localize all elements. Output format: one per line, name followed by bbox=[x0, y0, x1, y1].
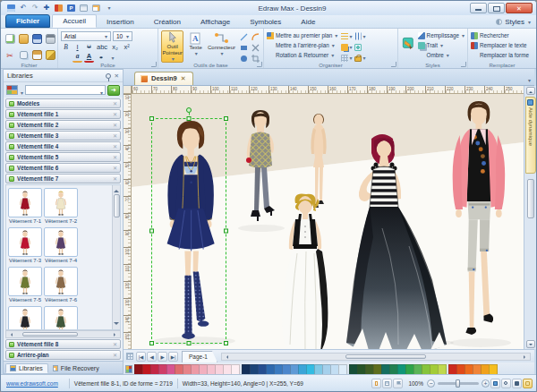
shape-thumbnail[interactable]: Vêtement 7-8 bbox=[44, 306, 78, 329]
bullet-list-icon[interactable] bbox=[107, 53, 117, 63]
email-icon[interactable] bbox=[78, 3, 90, 13]
scroll-left-icon[interactable] bbox=[9, 333, 13, 337]
rotation-handle[interactable] bbox=[186, 107, 192, 113]
lock-icon[interactable] bbox=[354, 53, 365, 63]
font-style-button[interactable]: U bbox=[84, 42, 94, 52]
font-style-button[interactable]: x² bbox=[122, 42, 132, 52]
tab-accueil[interactable]: Accueil bbox=[52, 14, 97, 28]
style-command[interactable]: Ombre bbox=[418, 50, 465, 60]
replace-command[interactable]: Remplacer la forme bbox=[471, 50, 533, 60]
color-swatch[interactable] bbox=[338, 364, 347, 375]
rectangle-tool-icon[interactable] bbox=[238, 43, 249, 53]
resize-handle[interactable] bbox=[149, 229, 154, 234]
library-horizontal-scrollbar[interactable] bbox=[5, 330, 121, 338]
font-style-button[interactable]: I bbox=[72, 42, 82, 52]
arrange-command[interactable]: Mettre au premier plan bbox=[267, 30, 337, 40]
style-command[interactable]: Remplissage bbox=[418, 30, 465, 40]
library-go-button[interactable]: ➜ bbox=[107, 85, 120, 96]
replace-command[interactable]: Rechercher bbox=[471, 30, 533, 40]
normal-view-icon[interactable] bbox=[371, 379, 381, 388]
arc-tool-icon[interactable] bbox=[250, 32, 260, 42]
library-search-input[interactable] bbox=[25, 85, 106, 95]
resize-handle[interactable] bbox=[149, 341, 154, 345]
arrange-command[interactable]: Rotation & Retourner bbox=[267, 50, 337, 60]
palette-icon[interactable] bbox=[125, 365, 132, 373]
scrollbar-thumb[interactable] bbox=[345, 354, 426, 359]
font-color-icon[interactable]: A bbox=[84, 53, 94, 63]
scroll-right-icon[interactable] bbox=[114, 333, 117, 337]
line-tool-icon[interactable] bbox=[238, 32, 249, 42]
ribbon-tab[interactable]: Symboles bbox=[240, 16, 291, 28]
redo-icon[interactable]: ↷ bbox=[30, 3, 40, 13]
page-tab[interactable]: Page-1 bbox=[182, 351, 217, 362]
tab-list-icon[interactable] bbox=[527, 77, 531, 85]
dialog-launcher-icon[interactable] bbox=[257, 62, 262, 67]
close-icon[interactable]: ✕ bbox=[113, 154, 117, 160]
pan-button[interactable] bbox=[512, 379, 522, 388]
close-icon[interactable]: ✕ bbox=[113, 165, 117, 171]
library-bar[interactable]: Vêtement fille 2 ✕ bbox=[5, 120, 121, 130]
ribbon-tab[interactable]: Insertion bbox=[97, 16, 144, 28]
zoom-in-button[interactable]: + bbox=[482, 379, 490, 388]
next-page-button[interactable]: ▶ bbox=[158, 352, 167, 362]
close-icon[interactable]: ✕ bbox=[113, 132, 117, 139]
close-panel-icon[interactable] bbox=[115, 72, 119, 80]
previous-page-button[interactable]: ◀ bbox=[147, 352, 157, 362]
zoom-slider-thumb[interactable] bbox=[456, 379, 460, 388]
save-icon[interactable] bbox=[5, 3, 17, 13]
canvas-horizontal-scrollbar[interactable] bbox=[221, 353, 531, 361]
add-icon[interactable]: ✚ bbox=[41, 3, 52, 13]
ribbon-tab[interactable]: Aide bbox=[291, 16, 325, 28]
shape-thumbnail[interactable]: Vêtement 7-6 bbox=[44, 267, 78, 303]
scrollbar-thumb[interactable] bbox=[527, 179, 534, 218]
page-options-icon[interactable] bbox=[126, 353, 133, 360]
ribbon-tab[interactable]: Affichage bbox=[191, 16, 240, 28]
fit-page-button[interactable] bbox=[490, 379, 500, 388]
resize-handle[interactable] bbox=[187, 116, 192, 121]
cut-icon[interactable]: ✂ bbox=[4, 47, 16, 63]
center-shapes-icon[interactable] bbox=[354, 42, 365, 52]
flag-view-icon[interactable] bbox=[393, 379, 403, 388]
connector-tool-button[interactable]: Connecteur bbox=[208, 30, 235, 56]
arrange-command[interactable]: Mettre à l'arrière-plan bbox=[267, 40, 337, 50]
resize-handle[interactable] bbox=[224, 116, 228, 121]
shape-thumbnail[interactable]: Vêtement 7-1 bbox=[8, 188, 42, 225]
library-vertical-scrollbar[interactable] bbox=[112, 185, 120, 329]
undo-icon[interactable]: ↶ bbox=[18, 3, 29, 13]
minimize-button[interactable] bbox=[470, 3, 487, 13]
new-icon[interactable] bbox=[4, 31, 16, 47]
format-painter-icon[interactable] bbox=[44, 47, 56, 63]
close-icon[interactable]: ✕ bbox=[113, 111, 117, 117]
last-page-button[interactable]: ▶| bbox=[168, 352, 178, 362]
grid-icon[interactable] bbox=[341, 53, 352, 63]
library-bar[interactable]: Vêtement fille 3 ✕ bbox=[5, 131, 121, 141]
zoom-out-button[interactable]: − bbox=[427, 379, 435, 388]
shape-thumbnail[interactable]: Vêtement 7-2 bbox=[44, 188, 78, 225]
close-icon[interactable]: ✕ bbox=[113, 100, 117, 107]
library-bar[interactable]: Arrière-plan ✕ bbox=[5, 350, 121, 360]
shape-thumbnail[interactable]: Vêtement 7-5 bbox=[8, 267, 42, 303]
library-bar[interactable]: Vêtement fille 8 ✕ bbox=[5, 339, 121, 349]
styles-menu-button[interactable]: Styles bbox=[496, 18, 531, 28]
close-icon[interactable]: ✕ bbox=[113, 341, 117, 347]
font-size-select[interactable]: 10 bbox=[113, 31, 132, 41]
resize-handle[interactable] bbox=[149, 116, 154, 121]
distribute-shapes-icon[interactable] bbox=[354, 31, 365, 41]
paste-icon[interactable] bbox=[30, 47, 43, 63]
full-screen-view-icon[interactable] bbox=[382, 379, 392, 388]
align-shapes-icon[interactable] bbox=[341, 31, 352, 41]
scroll-up-icon[interactable] bbox=[526, 87, 535, 95]
tab-fichier[interactable]: Fichier bbox=[5, 14, 50, 28]
color-swatch[interactable] bbox=[231, 364, 240, 375]
font-style-button[interactable]: B bbox=[61, 42, 71, 52]
library-bar[interactable]: Vêtement fille 1 ✕ bbox=[5, 109, 121, 119]
scrollbar-thumb[interactable] bbox=[114, 194, 120, 217]
tab-libraries[interactable]: Libraries bbox=[5, 363, 48, 373]
ribbon-tab[interactable]: Création bbox=[144, 16, 191, 28]
library-bar[interactable]: Vêtement fille 5 ✕ bbox=[5, 152, 121, 162]
pdf-export-icon[interactable]: P bbox=[65, 3, 77, 13]
line-spacing-icon[interactable] bbox=[61, 53, 71, 63]
print-icon[interactable] bbox=[44, 31, 56, 47]
library-bar-open[interactable]: Vêtement fille 7 ✕ bbox=[5, 174, 121, 183]
freeform-tool-icon[interactable] bbox=[250, 43, 260, 53]
